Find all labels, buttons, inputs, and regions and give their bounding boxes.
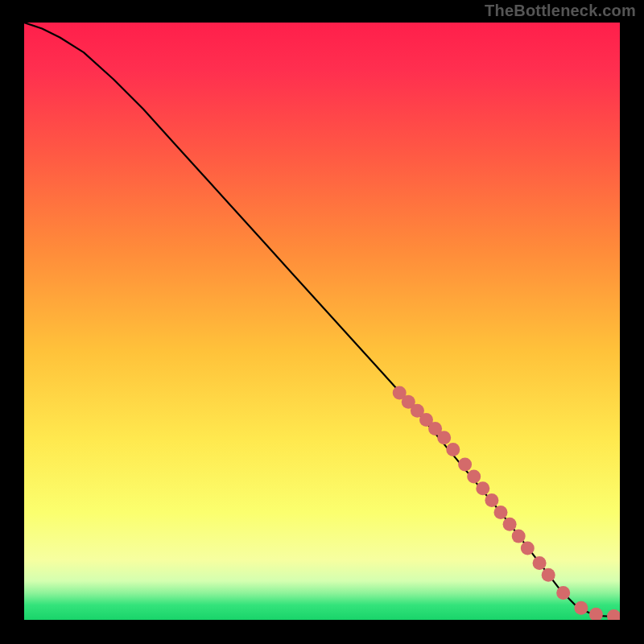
highlight-marker	[556, 586, 570, 600]
highlight-marker	[437, 431, 451, 444]
chart-frame: TheBottleneck.com	[0, 0, 644, 644]
gradient-background	[24, 23, 620, 620]
highlight-marker	[542, 568, 555, 582]
highlight-marker	[533, 556, 547, 570]
highlight-marker	[574, 601, 588, 615]
highlight-marker	[446, 443, 460, 456]
highlight-marker	[503, 518, 517, 531]
highlight-marker	[458, 458, 472, 472]
highlight-marker	[476, 481, 489, 495]
highlight-marker	[467, 469, 481, 483]
highlight-marker	[512, 530, 526, 543]
chart-svg	[24, 23, 620, 620]
highlight-marker	[521, 541, 535, 555]
highlight-marker	[485, 493, 498, 507]
chart-plot	[24, 23, 620, 620]
watermark-text: TheBottleneck.com	[485, 2, 636, 20]
highlight-marker	[494, 506, 508, 519]
